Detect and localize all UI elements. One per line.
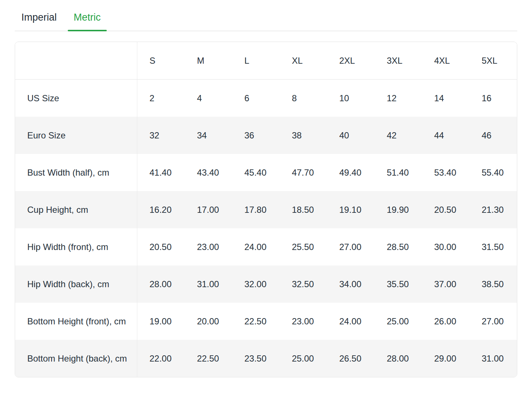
value-cell: 12 [374,80,422,117]
value-cell: 20.50 [422,191,469,228]
size-column-header: L [232,42,280,80]
value-cell: 8 [280,80,327,117]
value-cell: 6 [232,80,280,117]
value-cell: 53.40 [422,154,469,191]
value-cell: 16 [469,80,517,117]
value-cell: 25.00 [280,340,327,377]
value-cell: 34.00 [327,265,375,303]
value-cell: 55.40 [469,154,517,191]
value-cell: 51.40 [374,154,422,191]
value-cell: 22.50 [185,340,232,377]
table-row: Bottom Height (front), cm19.0020.0022.50… [15,303,517,340]
value-cell: 37.00 [422,265,469,303]
row-label: Bottom Height (front), cm [15,303,137,340]
value-cell: 17.00 [185,191,232,228]
table-row: Hip Width (front), cm20.5023.0024.0025.5… [15,228,517,265]
row-label: Hip Width (front), cm [15,228,137,265]
table-header-row: SMLXL2XL3XL4XL5XL [15,42,517,80]
value-cell: 27.00 [327,228,375,265]
size-column-header: 5XL [469,42,517,80]
table-row: Bust Width (half), cm41.4043.4045.4047.7… [15,154,517,191]
value-cell: 22.50 [232,303,280,340]
value-cell: 19.90 [374,191,422,228]
size-chart-page: Imperial Metric SMLXL2XL3XL4XL5XL US Siz… [0,0,532,419]
value-cell: 47.70 [280,154,327,191]
value-cell: 38 [280,117,327,154]
value-cell: 19.10 [327,191,375,228]
value-cell: 34 [185,117,232,154]
table-row: US Size246810121416 [15,80,517,117]
size-column-header: S [137,42,185,80]
value-cell: 31.50 [469,228,517,265]
value-cell: 30.00 [422,228,469,265]
size-column-header: 3XL [374,42,422,80]
row-label: US Size [15,80,137,117]
value-cell: 28.00 [137,265,185,303]
value-cell: 20.00 [185,303,232,340]
row-label: Bottom Height (back), cm [15,340,137,377]
row-label: Euro Size [15,117,137,154]
value-cell: 32.50 [280,265,327,303]
value-cell: 41.40 [137,154,185,191]
value-cell: 46 [469,117,517,154]
value-cell: 28.00 [374,340,422,377]
value-cell: 4 [185,80,232,117]
value-cell: 35.50 [374,265,422,303]
value-cell: 26.00 [422,303,469,340]
size-column-header: 2XL [327,42,375,80]
value-cell: 17.80 [232,191,280,228]
value-cell: 38.50 [469,265,517,303]
value-cell: 49.40 [327,154,375,191]
value-cell: 18.50 [280,191,327,228]
table-row: Cup Height, cm16.2017.0017.8018.5019.101… [15,191,517,228]
value-cell: 28.50 [374,228,422,265]
value-cell: 23.50 [232,340,280,377]
table-row: Hip Width (back), cm28.0031.0032.0032.50… [15,265,517,303]
value-cell: 40 [327,117,375,154]
value-cell: 44 [422,117,469,154]
value-cell: 31.00 [185,265,232,303]
value-cell: 20.50 [137,228,185,265]
value-cell: 29.00 [422,340,469,377]
table-row: Euro Size3234363840424446 [15,117,517,154]
value-cell: 23.00 [280,303,327,340]
value-cell: 31.00 [469,340,517,377]
size-column-header: 4XL [422,42,469,80]
value-cell: 14 [422,80,469,117]
value-cell: 21.30 [469,191,517,228]
value-cell: 25.50 [280,228,327,265]
value-cell: 22.00 [137,340,185,377]
tab-imperial[interactable]: Imperial [15,8,63,31]
size-column-header: XL [280,42,327,80]
value-cell: 42 [374,117,422,154]
table-row: Bottom Height (back), cm22.0022.5023.502… [15,340,517,377]
value-cell: 23.00 [185,228,232,265]
table-corner-cell [15,42,137,80]
value-cell: 27.00 [469,303,517,340]
value-cell: 16.20 [137,191,185,228]
value-cell: 45.40 [232,154,280,191]
size-table: SMLXL2XL3XL4XL5XL US Size246810121416Eur… [15,42,517,377]
units-tabbar: Imperial Metric [15,0,517,31]
value-cell: 26.50 [327,340,375,377]
value-cell: 2 [137,80,185,117]
row-label: Cup Height, cm [15,191,137,228]
row-label: Bust Width (half), cm [15,154,137,191]
value-cell: 36 [232,117,280,154]
value-cell: 19.00 [137,303,185,340]
tab-metric[interactable]: Metric [68,8,107,31]
row-label: Hip Width (back), cm [15,265,137,303]
value-cell: 32.00 [232,265,280,303]
value-cell: 43.40 [185,154,232,191]
value-cell: 32 [137,117,185,154]
value-cell: 24.00 [232,228,280,265]
value-cell: 25.00 [374,303,422,340]
size-column-header: M [185,42,232,80]
size-table-container: SMLXL2XL3XL4XL5XL US Size246810121416Eur… [15,42,517,377]
value-cell: 24.00 [327,303,375,340]
value-cell: 10 [327,80,375,117]
